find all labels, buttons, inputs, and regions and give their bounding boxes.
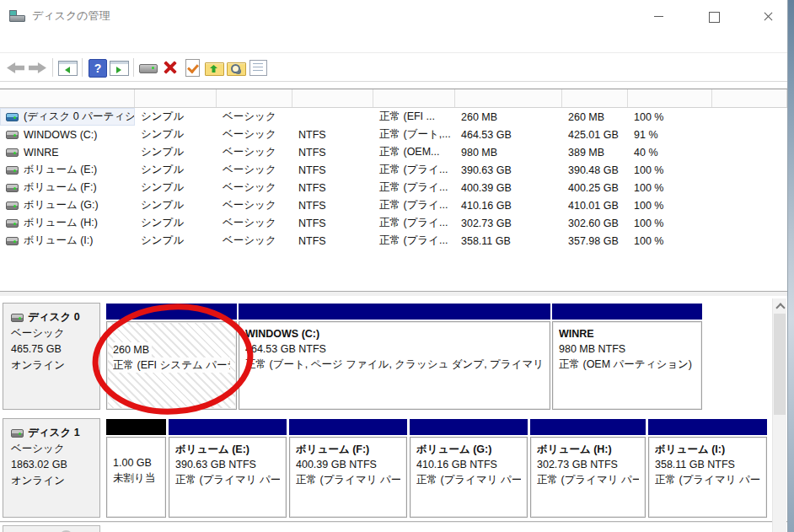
partition-unallocated[interactable]: 1.00 GB 未割り当	[106, 419, 166, 518]
disk1-row: ディスク 1 ベーシック 1863.02 GB オンライン 1.00 GB 未割	[2, 417, 767, 520]
volume-icon	[6, 113, 19, 121]
volume-icon	[6, 184, 19, 192]
disk0-row: ディスク 0 ベーシック 465.75 GB オンライン 260 MB 正常 (	[2, 302, 767, 412]
volume-list-header	[0, 89, 787, 108]
volume-icon	[6, 148, 19, 157]
disk1-partitions: 1.00 GB 未割り当 ボリューム (E:) 390.63 GB NTFS 正…	[104, 418, 767, 518]
volume-icon	[6, 237, 19, 245]
partition-windows-c[interactable]: WINDOWS (C:) 464.53 GB NTFS 正常 (ブート, ページ…	[239, 304, 550, 410]
help-icon[interactable]	[86, 56, 108, 78]
volume-icon	[6, 202, 19, 210]
col-type[interactable]	[217, 89, 292, 107]
partition-color-bar	[530, 419, 646, 435]
pane-splitter[interactable]	[0, 291, 787, 297]
partition-volume-e[interactable]: ボリューム (E:) 390.63 GB NTFS 正常 (プライマリ パーテ	[169, 419, 287, 518]
volume-icon	[6, 166, 19, 175]
volume-row-f[interactable]: ボリューム (F:) シンプル ベーシック NTFS 正常 (プライ... 40…	[0, 179, 787, 196]
partition-color-bar	[648, 419, 767, 435]
screen: ディスクの管理	[0, 0, 794, 532]
vertical-scrollbar[interactable]	[772, 298, 786, 532]
volume-row-g[interactable]: ボリューム (G:) シンプル ベーシック NTFS 正常 (プライ... 41…	[0, 196, 787, 214]
partition-volume-f[interactable]: ボリューム (F:) 400.39 GB NTFS 正常 (プライマリ パーテ	[289, 419, 407, 518]
partition-volume-h[interactable]: ボリューム (H:) 302.73 GB NTFS 正常 (プライマリ パーテ	[530, 419, 646, 518]
volume-row-i[interactable]: ボリューム (I:) シンプル ベーシック NTFS 正常 (プライ... 35…	[0, 232, 787, 250]
partition-color-bar	[410, 419, 528, 435]
col-filesystem[interactable]	[292, 89, 373, 107]
forward-icon[interactable]	[27, 56, 49, 78]
col-layout[interactable]	[135, 89, 217, 107]
close-icon[interactable]	[763, 11, 774, 22]
partition-efi-system[interactable]: 260 MB 正常 (EFI システム パーテ	[106, 304, 237, 410]
partition-color-bar	[239, 304, 550, 320]
partition-color-bar	[169, 419, 287, 435]
minimize-icon[interactable]	[653, 11, 664, 22]
volume-list-rows: (ディスク 0 パーティショ... シンプル ベーシック 正常 (EFI ...…	[0, 108, 787, 250]
col-free-percent[interactable]	[628, 89, 712, 107]
disk-properties-icon[interactable]	[137, 56, 159, 78]
disk-icon	[11, 429, 24, 438]
volume-row-windows-c[interactable]: WINDOWS (C:) シンプル ベーシック NTFS 正常 (ブート,...…	[0, 126, 787, 143]
col-status[interactable]	[373, 89, 455, 107]
partition-winre[interactable]: WINRE 980 MB NTFS 正常 (OEM パーティション)	[552, 304, 702, 410]
disk0-label[interactable]: ディスク 0 ベーシック 465.75 GB オンライン	[3, 303, 100, 410]
scroll-up-icon[interactable]	[773, 298, 786, 313]
menu-bar	[0, 32, 787, 53]
volume-row-e[interactable]: ボリューム (E:) シンプル ベーシック NTFS 正常 (プライ... 39…	[0, 161, 787, 179]
show-action-pane-icon[interactable]	[108, 56, 130, 78]
delete-volume-icon[interactable]	[159, 56, 181, 78]
col-free-space[interactable]	[562, 89, 628, 107]
explore-folder-icon[interactable]	[225, 56, 247, 78]
maximize-icon[interactable]	[708, 11, 719, 22]
properties-list-icon[interactable]	[247, 56, 269, 78]
desktop-background-strip	[788, 0, 794, 532]
volume-row-disk0-partition[interactable]: (ディスク 0 パーティショ... シンプル ベーシック 正常 (EFI ...…	[0, 108, 787, 126]
open-folder-icon[interactable]	[203, 56, 225, 78]
disk-icon	[11, 314, 24, 322]
volume-icon	[6, 219, 19, 228]
disk1-label[interactable]: ディスク 1 ベーシック 1863.02 GB オンライン	[3, 418, 100, 518]
window-title: ディスクの管理	[32, 8, 110, 24]
partition-color-bar	[106, 419, 166, 435]
disk-management-window: ディスクの管理	[0, 0, 788, 532]
back-icon[interactable]	[5, 56, 27, 78]
partial-disk-row	[2, 524, 787, 532]
partition-volume-g[interactable]: ボリューム (G:) 410.16 GB NTFS 正常 (プライマリ パーテ	[410, 419, 528, 518]
separator	[78, 56, 86, 78]
partition-color-bar	[106, 304, 237, 320]
scrollbar-thumb[interactable]	[774, 314, 786, 415]
volume-row-winre[interactable]: WINRE シンプル ベーシック NTFS 正常 (OEM... 980 MB …	[0, 143, 787, 161]
graphical-view: ディスク 0 ベーシック 465.75 GB オンライン 260 MB 正常 (	[0, 297, 787, 532]
title-bar: ディスクの管理	[0, 0, 787, 32]
disk-row-divider	[0, 521, 787, 524]
disk0-partitions: 260 MB 正常 (EFI システム パーテ WINDOWS (C:) 464…	[104, 303, 767, 410]
partial-disk-label	[3, 525, 100, 532]
partition-volume-i[interactable]: ボリューム (I:) 358.11 GB NTFS 正常 (プライマリ パーテ	[648, 419, 767, 518]
separator	[130, 56, 137, 78]
volume-icon	[6, 131, 19, 139]
partition-color-bar	[552, 304, 702, 320]
volume-row-h[interactable]: ボリューム (H:) シンプル ベーシック NTFS 正常 (プライ... 30…	[0, 214, 787, 232]
col-capacity[interactable]	[455, 89, 562, 107]
show-console-tree-icon[interactable]	[56, 56, 78, 78]
app-disk-icon	[9, 10, 24, 22]
mark-partition-active-icon[interactable]	[181, 56, 203, 78]
volume-list: (ディスク 0 パーティショ... シンプル ベーシック 正常 (EFI ...…	[0, 82, 787, 291]
window-controls	[653, 0, 774, 32]
separator	[49, 56, 56, 78]
col-volume[interactable]	[0, 89, 135, 107]
toolbar	[0, 54, 787, 82]
col-spare	[712, 89, 787, 107]
partition-color-bar	[289, 419, 407, 435]
